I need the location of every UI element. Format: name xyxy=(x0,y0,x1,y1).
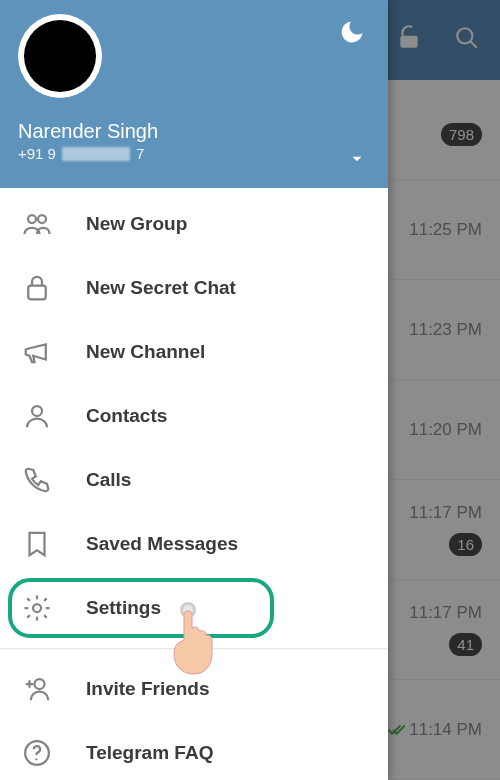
drawer-header: Narender Singh +91 97 xyxy=(0,0,388,188)
menu-calls[interactable]: Calls xyxy=(0,448,388,512)
menu-settings[interactable]: Settings xyxy=(0,576,388,640)
add-person-icon xyxy=(22,674,52,704)
menu-saved-messages[interactable]: Saved Messages xyxy=(0,512,388,576)
avatar[interactable] xyxy=(18,14,102,98)
help-icon xyxy=(22,738,52,768)
svg-point-4 xyxy=(38,215,46,223)
menu-label: Contacts xyxy=(86,405,167,427)
night-mode-icon[interactable] xyxy=(338,18,366,46)
menu-label: Invite Friends xyxy=(86,678,210,700)
menu-label: Saved Messages xyxy=(86,533,238,555)
account-dropdown-icon[interactable] xyxy=(348,150,366,168)
menu-label: Settings xyxy=(86,597,161,619)
lock-icon xyxy=(22,273,52,303)
svg-point-12 xyxy=(35,758,37,760)
svg-point-9 xyxy=(183,605,193,615)
svg-point-7 xyxy=(33,604,41,612)
menu-label: New Channel xyxy=(86,341,205,363)
menu-label: New Secret Chat xyxy=(86,277,236,299)
svg-point-6 xyxy=(32,406,42,416)
menu-separator xyxy=(0,648,388,649)
menu-new-channel[interactable]: New Channel xyxy=(0,320,388,384)
menu-contacts[interactable]: Contacts xyxy=(0,384,388,448)
person-icon xyxy=(22,401,52,431)
bookmark-icon xyxy=(22,529,52,559)
menu-label: Calls xyxy=(86,469,131,491)
menu-invite-friends[interactable]: Invite Friends xyxy=(0,657,388,721)
svg-rect-5 xyxy=(28,286,46,300)
redacted-phone xyxy=(62,147,130,161)
menu-new-group[interactable]: New Group xyxy=(0,192,388,256)
svg-point-8 xyxy=(180,602,196,618)
megaphone-icon xyxy=(22,337,52,367)
user-phone: +91 97 xyxy=(18,145,370,162)
group-icon xyxy=(22,209,52,239)
user-name: Narender Singh xyxy=(18,120,370,143)
menu-label: Telegram FAQ xyxy=(86,742,213,764)
menu-telegram-faq[interactable]: Telegram FAQ xyxy=(0,721,388,780)
menu-new-secret-chat[interactable]: New Secret Chat xyxy=(0,256,388,320)
menu-label: New Group xyxy=(86,213,187,235)
nav-drawer: Narender Singh +91 97 New Group New Secr… xyxy=(0,0,388,780)
drawer-menu: New Group New Secret Chat New Channel Co… xyxy=(0,188,388,780)
gear-icon xyxy=(22,593,52,623)
phone-icon xyxy=(22,465,52,495)
svg-point-10 xyxy=(35,679,45,689)
svg-point-3 xyxy=(28,215,36,223)
